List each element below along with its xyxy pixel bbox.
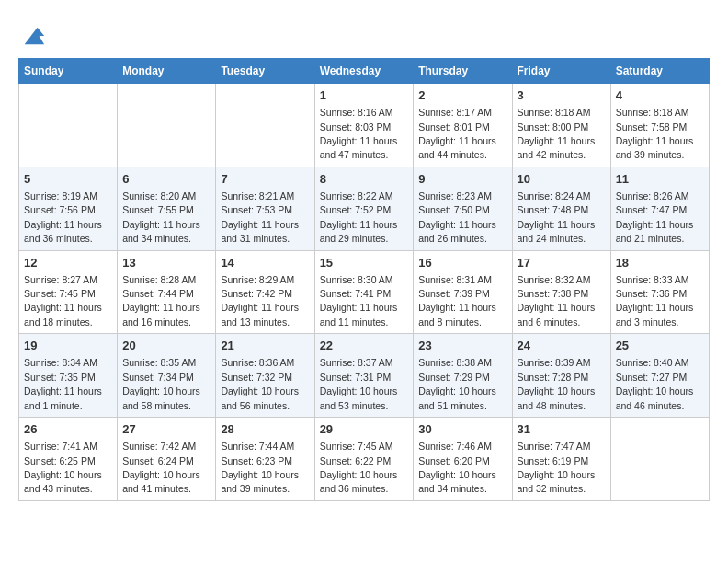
day-cell: 16Sunrise: 8:31 AM Sunset: 7:39 PM Dayli… bbox=[414, 250, 512, 334]
day-cell: 13Sunrise: 8:28 AM Sunset: 7:44 PM Dayli… bbox=[118, 250, 216, 334]
col-header-wednesday: Wednesday bbox=[314, 59, 414, 84]
col-header-sunday: Sunday bbox=[19, 59, 118, 84]
day-number: 26 bbox=[24, 421, 112, 438]
day-number: 2 bbox=[418, 87, 506, 104]
day-number: 24 bbox=[518, 338, 606, 354]
day-number: 3 bbox=[518, 87, 606, 104]
day-info: Sunrise: 8:28 AM Sunset: 7:44 PM Dayligh… bbox=[122, 274, 200, 327]
day-cell: 6Sunrise: 8:20 AM Sunset: 7:55 PM Daylig… bbox=[118, 167, 216, 250]
day-info: Sunrise: 8:18 AM Sunset: 8:00 PM Dayligh… bbox=[518, 107, 596, 160]
day-cell: 22Sunrise: 8:37 AM Sunset: 7:31 PM Dayli… bbox=[314, 334, 414, 418]
day-cell: 30Sunrise: 7:46 AM Sunset: 6:20 PM Dayli… bbox=[414, 418, 512, 501]
day-info: Sunrise: 8:37 AM Sunset: 7:31 PM Dayligh… bbox=[320, 357, 398, 410]
week-row-1: 1Sunrise: 8:16 AM Sunset: 8:03 PM Daylig… bbox=[19, 84, 710, 167]
day-number: 31 bbox=[518, 421, 606, 438]
day-number: 29 bbox=[320, 421, 409, 438]
day-info: Sunrise: 8:40 AM Sunset: 7:27 PM Dayligh… bbox=[616, 357, 694, 410]
week-row-4: 19Sunrise: 8:34 AM Sunset: 7:35 PM Dayli… bbox=[19, 334, 710, 418]
day-number: 4 bbox=[616, 87, 704, 104]
day-number: 11 bbox=[616, 171, 704, 188]
day-info: Sunrise: 8:35 AM Sunset: 7:34 PM Dayligh… bbox=[122, 357, 200, 410]
day-cell: 26Sunrise: 7:41 AM Sunset: 6:25 PM Dayli… bbox=[19, 418, 118, 501]
day-cell: 20Sunrise: 8:35 AM Sunset: 7:34 PM Dayli… bbox=[118, 334, 216, 418]
day-cell: 24Sunrise: 8:39 AM Sunset: 7:28 PM Dayli… bbox=[512, 334, 610, 418]
calendar-header-row: SundayMondayTuesdayWednesdayThursdayFrid… bbox=[19, 59, 710, 84]
week-row-2: 5Sunrise: 8:19 AM Sunset: 7:56 PM Daylig… bbox=[19, 167, 710, 250]
col-header-monday: Monday bbox=[118, 59, 216, 84]
day-info: Sunrise: 8:17 AM Sunset: 8:01 PM Dayligh… bbox=[418, 107, 496, 160]
day-cell: 9Sunrise: 8:23 AM Sunset: 7:50 PM Daylig… bbox=[414, 167, 512, 250]
day-number: 19 bbox=[24, 338, 112, 354]
day-info: Sunrise: 8:24 AM Sunset: 7:48 PM Dayligh… bbox=[518, 190, 596, 244]
col-header-tuesday: Tuesday bbox=[216, 59, 314, 84]
day-info: Sunrise: 7:42 AM Sunset: 6:24 PM Dayligh… bbox=[122, 441, 200, 494]
day-cell: 14Sunrise: 8:29 AM Sunset: 7:42 PM Dayli… bbox=[216, 250, 314, 334]
day-info: Sunrise: 8:32 AM Sunset: 7:38 PM Dayligh… bbox=[518, 274, 596, 327]
day-cell: 8Sunrise: 8:22 AM Sunset: 7:52 PM Daylig… bbox=[314, 167, 414, 250]
day-number: 9 bbox=[418, 171, 506, 188]
day-cell: 15Sunrise: 8:30 AM Sunset: 7:41 PM Dayli… bbox=[314, 250, 414, 334]
week-row-5: 26Sunrise: 7:41 AM Sunset: 6:25 PM Dayli… bbox=[19, 418, 710, 501]
day-number: 15 bbox=[320, 255, 409, 271]
day-info: Sunrise: 8:30 AM Sunset: 7:41 PM Dayligh… bbox=[320, 274, 398, 327]
day-info: Sunrise: 7:44 AM Sunset: 6:23 PM Dayligh… bbox=[221, 441, 299, 494]
day-info: Sunrise: 8:19 AM Sunset: 7:56 PM Dayligh… bbox=[24, 190, 102, 244]
day-number: 5 bbox=[24, 171, 112, 188]
day-cell: 21Sunrise: 8:36 AM Sunset: 7:32 PM Dayli… bbox=[216, 334, 314, 418]
day-cell: 12Sunrise: 8:27 AM Sunset: 7:45 PM Dayli… bbox=[19, 250, 118, 334]
day-number: 13 bbox=[122, 255, 210, 271]
day-info: Sunrise: 8:23 AM Sunset: 7:50 PM Dayligh… bbox=[418, 190, 496, 244]
day-info: Sunrise: 8:20 AM Sunset: 7:55 PM Dayligh… bbox=[122, 190, 200, 244]
day-number: 12 bbox=[24, 255, 112, 271]
day-number: 17 bbox=[518, 255, 606, 271]
day-info: Sunrise: 8:26 AM Sunset: 7:47 PM Dayligh… bbox=[616, 190, 694, 244]
day-number: 25 bbox=[616, 338, 704, 354]
day-number: 14 bbox=[221, 255, 309, 271]
day-info: Sunrise: 8:33 AM Sunset: 7:36 PM Dayligh… bbox=[616, 274, 694, 327]
day-info: Sunrise: 8:22 AM Sunset: 7:52 PM Dayligh… bbox=[320, 190, 398, 244]
logo bbox=[18, 23, 46, 49]
day-cell: 3Sunrise: 8:18 AM Sunset: 8:00 PM Daylig… bbox=[512, 84, 610, 167]
col-header-saturday: Saturday bbox=[610, 59, 709, 84]
day-number: 23 bbox=[418, 338, 506, 354]
day-cell: 31Sunrise: 7:47 AM Sunset: 6:19 PM Dayli… bbox=[512, 418, 610, 501]
day-number: 6 bbox=[122, 171, 210, 188]
day-cell: 25Sunrise: 8:40 AM Sunset: 7:27 PM Dayli… bbox=[610, 334, 709, 418]
day-cell: 28Sunrise: 7:44 AM Sunset: 6:23 PM Dayli… bbox=[216, 418, 314, 501]
day-info: Sunrise: 8:18 AM Sunset: 7:58 PM Dayligh… bbox=[616, 107, 694, 160]
day-cell: 4Sunrise: 8:18 AM Sunset: 7:58 PM Daylig… bbox=[610, 84, 709, 167]
day-cell: 7Sunrise: 8:21 AM Sunset: 7:53 PM Daylig… bbox=[216, 167, 314, 250]
week-row-3: 12Sunrise: 8:27 AM Sunset: 7:45 PM Dayli… bbox=[19, 250, 710, 334]
day-cell bbox=[19, 84, 118, 167]
day-cell: 10Sunrise: 8:24 AM Sunset: 7:48 PM Dayli… bbox=[512, 167, 610, 250]
day-info: Sunrise: 8:16 AM Sunset: 8:03 PM Dayligh… bbox=[320, 107, 398, 160]
day-number: 7 bbox=[221, 171, 309, 188]
day-number: 27 bbox=[122, 421, 210, 438]
day-cell: 19Sunrise: 8:34 AM Sunset: 7:35 PM Dayli… bbox=[19, 334, 118, 418]
day-cell bbox=[118, 84, 216, 167]
header bbox=[18, 18, 710, 49]
day-info: Sunrise: 8:34 AM Sunset: 7:35 PM Dayligh… bbox=[24, 357, 102, 410]
day-number: 18 bbox=[616, 255, 704, 271]
col-header-friday: Friday bbox=[512, 59, 610, 84]
day-cell: 17Sunrise: 8:32 AM Sunset: 7:38 PM Dayli… bbox=[512, 250, 610, 334]
day-cell: 5Sunrise: 8:19 AM Sunset: 7:56 PM Daylig… bbox=[19, 167, 118, 250]
day-cell bbox=[610, 418, 709, 501]
day-cell: 18Sunrise: 8:33 AM Sunset: 7:36 PM Dayli… bbox=[610, 250, 709, 334]
logo-icon bbox=[20, 23, 46, 49]
calendar-table: SundayMondayTuesdayWednesdayThursdayFrid… bbox=[18, 58, 710, 501]
day-number: 20 bbox=[122, 338, 210, 354]
day-cell bbox=[216, 84, 314, 167]
day-info: Sunrise: 7:41 AM Sunset: 6:25 PM Dayligh… bbox=[24, 441, 102, 494]
day-number: 22 bbox=[320, 338, 409, 354]
day-number: 16 bbox=[418, 255, 506, 271]
day-number: 30 bbox=[418, 421, 506, 438]
day-cell: 23Sunrise: 8:38 AM Sunset: 7:29 PM Dayli… bbox=[414, 334, 512, 418]
day-info: Sunrise: 8:29 AM Sunset: 7:42 PM Dayligh… bbox=[221, 274, 299, 327]
day-number: 8 bbox=[320, 171, 409, 188]
col-header-thursday: Thursday bbox=[414, 59, 512, 84]
day-info: Sunrise: 7:47 AM Sunset: 6:19 PM Dayligh… bbox=[518, 441, 596, 494]
day-info: Sunrise: 7:45 AM Sunset: 6:22 PM Dayligh… bbox=[320, 441, 398, 494]
day-cell: 11Sunrise: 8:26 AM Sunset: 7:47 PM Dayli… bbox=[610, 167, 709, 250]
day-cell: 2Sunrise: 8:17 AM Sunset: 8:01 PM Daylig… bbox=[414, 84, 512, 167]
